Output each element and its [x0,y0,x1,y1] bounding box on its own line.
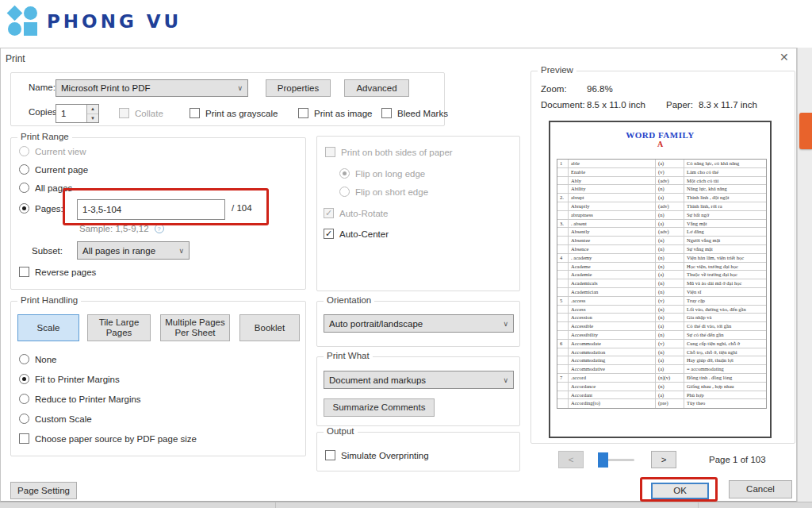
table-cell: Lơ đãng [684,228,766,236]
subset-dropdown[interactable]: All pages in range ∨ [77,241,190,260]
info-icon[interactable]: ? [155,224,164,233]
properties-button[interactable]: Properties [266,79,331,97]
table-row: Academician(n)Viện sĩ [557,288,766,297]
paper-source-checkbox[interactable] [19,433,29,444]
orientation-value: Auto portrait/landscape [329,319,423,329]
table-cell [557,168,569,176]
current-view-radio [19,146,29,156]
spin-down-icon[interactable]: ▼ [87,114,98,123]
table-cell: Sự vắng mặt [684,245,766,253]
pages-value: 1-3,5-104 [82,205,121,214]
table-cell: (n) [656,185,684,193]
table-cell [557,202,569,210]
table-row: Accommodation(n)Chỗ trọ, chỗ ở, tiện ngh… [557,348,766,357]
grayscale-checkbox[interactable] [190,108,200,118]
tab-multiple-pages[interactable]: Multiple Pages Per Sheet [160,314,230,341]
fit-margins-radio[interactable] [19,374,29,384]
output-group: Output Simulate Overprinting [316,432,520,471]
table-cell: (a) [656,322,684,330]
table-cell: abrupt [569,194,656,202]
copies-spinner[interactable]: ▲ ▼ [86,105,98,122]
table-row: Accordant(a)Phù hợp [557,391,766,400]
table-cell: Absently [569,228,656,236]
printer-group: Name: Microsoft Print to PDF ∨ Propertie… [10,72,445,126]
table-cell [557,356,569,364]
chevron-down-icon: ∨ [503,376,508,384]
pages-radio[interactable] [19,203,29,214]
table-cell: Viện hàn lâm, viện triết học [684,254,766,262]
table-cell: (adv) [656,177,684,185]
table-cell: Thuộc về trường đại học [684,271,766,279]
dialog-title: Print [6,53,25,64]
orientation-dropdown[interactable]: Auto portrait/landscape ∨ [324,314,514,333]
current-page-radio[interactable] [19,164,29,175]
all-pages-label: All pages [35,183,72,193]
table-cell: Accommodating [569,356,656,364]
all-pages-radio[interactable] [19,183,29,193]
table-cell: (a) [656,271,684,279]
advanced-button[interactable]: Advanced [344,79,409,97]
table-cell [557,211,569,219]
table-cell: Access [569,306,656,314]
table-cell: 3. [557,220,569,228]
table-cell: (n) [656,288,684,296]
table-row: Ably(adv)Một cách có tài [557,177,766,186]
preview-group: Preview Zoom: 96.8% Document: 8.5 x 11.0… [530,71,795,444]
tab-scale[interactable]: Scale [17,314,79,341]
table-row: 2.abrupt(a)Thình lình , đột ngột [557,194,766,202]
close-icon[interactable]: ✕ [779,51,789,64]
printer-name-dropdown[interactable]: Microsoft Print to PDF ∨ [56,79,248,97]
table-row: 5.access(v)Truy cập [557,297,766,306]
chevron-down-icon: ∨ [178,247,184,255]
printer-name-value: Microsoft Print to PDF [61,83,150,93]
table-cell: Accordant [569,391,656,399]
page-background-bottom [0,502,812,508]
reverse-pages-checkbox[interactable] [19,267,29,277]
orientation-group: Orientation Auto portrait/landscape ∨ [316,301,520,347]
ok-button[interactable]: OK [651,483,709,499]
cancel-button[interactable]: Cancel [729,480,792,498]
table-cell: .access [569,297,656,305]
print-as-image-checkbox[interactable] [298,108,308,118]
tab-tile-large-pages[interactable]: Tile Large Pages [87,314,151,341]
screen: PHONG VU Print ✕ Name: Microsoft Print t… [0,0,812,508]
page-slider-thumb[interactable] [598,452,608,468]
summarize-comments-button[interactable]: Summarize Comments [324,398,435,417]
doc-title: WORD FAMILY [550,130,770,140]
table-cell [557,185,569,193]
table-cell: 2. [557,194,569,202]
table-row: 1able(a)Có năng lực, có khả năng [557,160,766,168]
table-row: Accommodative(a)= accommodating [557,365,766,374]
collate-checkbox [119,108,129,118]
reduce-margins-radio[interactable] [19,394,29,404]
pages-input[interactable]: 1-3,5-104 [77,199,225,220]
copies-stepper[interactable]: 1 ▲ ▼ [56,104,99,123]
print-handling-group: Print Handling Scale Tile Large Pages Mu… [10,301,306,456]
table-cell [557,288,569,296]
side-widget-tab[interactable] [799,113,812,149]
tab-booklet[interactable]: Booklet [239,314,300,341]
current-view-label: Current view [35,147,86,156]
table-cell [557,399,569,408]
print-what-dropdown[interactable]: Document and markups ∨ [324,371,514,389]
table-cell: Accessible [569,322,656,330]
simulate-overprinting-checkbox[interactable] [325,450,335,460]
next-page-button[interactable]: > [651,451,676,468]
divider [698,502,699,508]
table-row: Accordance(n)Giống nhau , hợp nhau [557,383,766,391]
table-row: According(to)(pre)Tùy theo [557,399,766,408]
table-cell: (n) [656,237,684,244]
prev-page-button[interactable]: < [558,451,584,468]
table-cell: (n) [656,279,684,287]
custom-scale-radio[interactable] [19,414,29,424]
auto-center-checkbox[interactable]: ✓ [324,229,334,239]
bleed-marks-checkbox[interactable] [381,108,392,118]
page-setting-button[interactable]: Page Setting [10,482,77,499]
spin-up-icon[interactable]: ▲ [87,105,98,114]
scale-none-radio[interactable] [19,354,29,364]
pages-label: Pages: [35,204,63,214]
table-cell: 6 [557,340,569,348]
table-cell: Học viện, trường đại học [684,263,766,271]
table-cell [557,322,569,330]
table-cell: (a) [656,391,684,399]
